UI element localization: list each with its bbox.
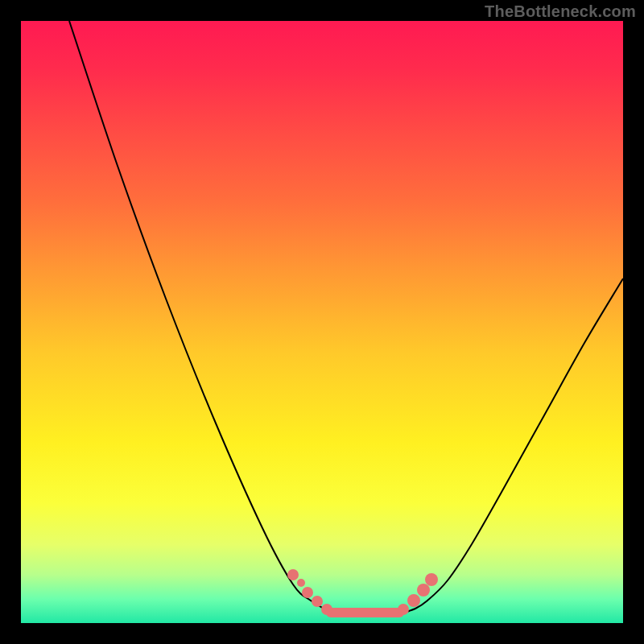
marker-dot	[312, 596, 323, 607]
marker-dot	[398, 604, 409, 615]
bottleneck-right-curve	[403, 279, 623, 613]
marker-dot	[407, 594, 420, 607]
watermark-text: TheBottleneck.com	[485, 2, 636, 21]
marker-dot	[302, 587, 313, 598]
marker-dot	[321, 604, 332, 615]
chart-svg	[21, 21, 623, 623]
bottleneck-left-curve	[69, 21, 327, 610]
marker-dot	[287, 569, 299, 580]
marker-dot	[417, 584, 430, 597]
chart-frame	[21, 21, 623, 623]
marker-dot	[297, 579, 305, 587]
marker-dot	[425, 573, 438, 586]
